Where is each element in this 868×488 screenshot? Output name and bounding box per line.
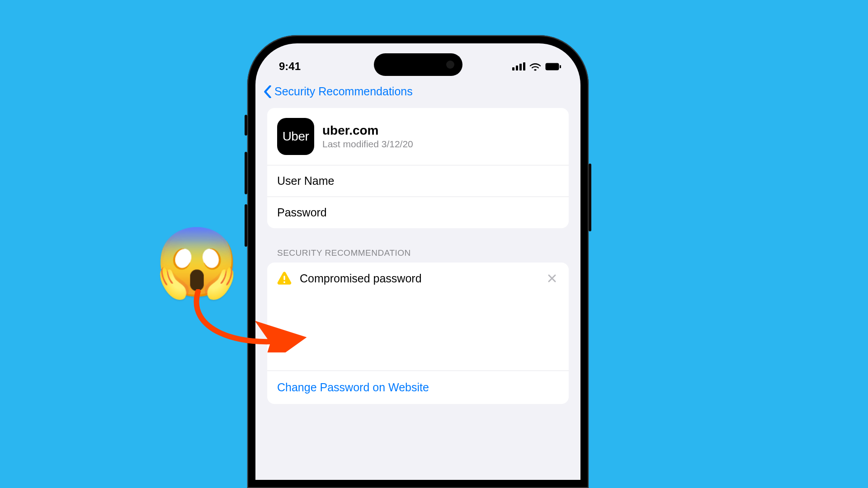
credential-card: Uber uber.com Last modified 3/12/20 User… — [267, 108, 569, 228]
dismiss-button[interactable] — [545, 272, 559, 285]
password-row[interactable]: Password — [267, 197, 569, 228]
phone-frame: 9:41 — [247, 35, 589, 488]
cellular-signal-icon — [512, 62, 525, 70]
back-button[interactable]: Security Recommendations — [255, 77, 580, 108]
svg-rect-0 — [546, 63, 559, 70]
close-icon — [547, 274, 557, 283]
password-label: Password — [277, 206, 327, 219]
scream-emoji-annotation: 😱 — [155, 228, 239, 296]
site-app-icon: Uber — [277, 118, 314, 155]
site-domain: uber.com — [322, 123, 413, 138]
change-password-label: Change Password on Website — [277, 381, 429, 394]
status-time: 9:41 — [279, 60, 301, 73]
dynamic-island — [374, 53, 462, 76]
change-password-link[interactable]: Change Password on Website — [267, 371, 569, 404]
screen: 9:41 — [255, 43, 580, 480]
recommendation-row[interactable]: Compromised password — [267, 263, 569, 294]
svg-rect-1 — [560, 65, 561, 68]
power-button[interactable] — [589, 164, 591, 231]
svg-rect-2 — [283, 276, 285, 280]
volume-up-button[interactable] — [245, 152, 247, 194]
silent-switch[interactable] — [245, 115, 247, 136]
site-modified: Last modified 3/12/20 — [322, 139, 413, 150]
volume-down-button[interactable] — [245, 204, 247, 247]
svg-point-3 — [283, 281, 285, 283]
recommendation-title: Compromised password — [300, 272, 422, 285]
username-row[interactable]: User Name — [267, 165, 569, 197]
warning-triangle-icon — [277, 272, 292, 285]
section-header: SECURITY RECOMMENDATION — [277, 248, 559, 258]
recommendation-card: Compromised password Change Password on … — [267, 263, 569, 404]
app-icon-label: Uber — [283, 129, 309, 144]
wifi-icon — [529, 62, 541, 71]
site-row[interactable]: Uber uber.com Last modified 3/12/20 — [267, 108, 569, 165]
chevron-left-icon — [264, 85, 272, 98]
back-label: Security Recommendations — [274, 85, 413, 98]
username-label: User Name — [277, 174, 334, 187]
recommendation-detail-area — [267, 294, 569, 371]
battery-icon — [545, 63, 561, 70]
